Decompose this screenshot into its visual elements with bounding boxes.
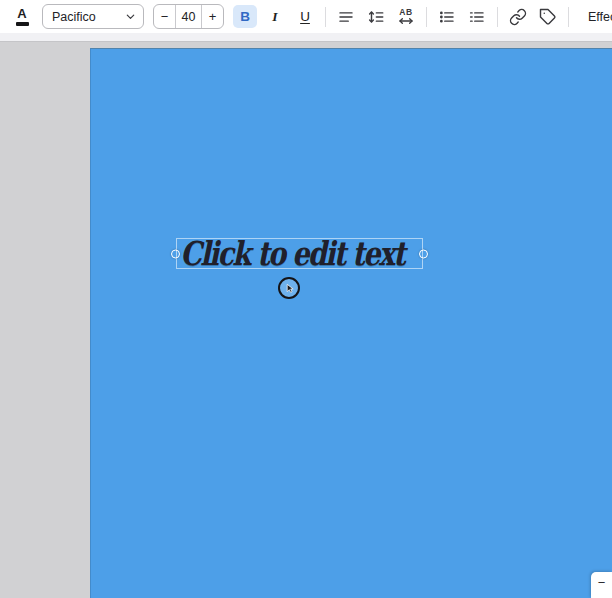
text-format-toolbar: A Pacifico − 40 + B I U AB Ef bbox=[0, 0, 612, 33]
chevron-down-icon bbox=[125, 11, 136, 22]
bullet-list-button[interactable] bbox=[435, 5, 459, 29]
line-spacing-icon bbox=[367, 8, 385, 26]
editor-workspace: Click to edit text − bbox=[0, 43, 612, 598]
increase-font-size-button[interactable]: + bbox=[202, 5, 223, 28]
font-size-stepper: − 40 + bbox=[153, 4, 224, 29]
bold-button[interactable]: B bbox=[233, 5, 257, 28]
canvas-text[interactable]: Click to edit text bbox=[177, 237, 404, 270]
letter-spacing-icon: AB bbox=[398, 8, 414, 25]
numbered-list-icon bbox=[468, 8, 486, 26]
italic-button[interactable]: I bbox=[263, 5, 287, 28]
font-color-swatch bbox=[16, 22, 29, 26]
font-family-value: Pacifico bbox=[52, 10, 96, 24]
link-icon bbox=[509, 8, 527, 26]
bullet-list-icon bbox=[438, 8, 456, 26]
text-selection-box: Click to edit text bbox=[176, 238, 423, 269]
text-align-button[interactable] bbox=[334, 5, 358, 29]
selection-handle-left[interactable] bbox=[171, 249, 180, 258]
cursor-icon bbox=[284, 283, 295, 294]
click-indicator bbox=[278, 277, 300, 299]
toolbar-shadow-strip bbox=[0, 33, 612, 42]
font-family-select[interactable]: Pacifico bbox=[42, 4, 144, 29]
toolbar-divider bbox=[325, 7, 326, 27]
font-size-value[interactable]: 40 bbox=[175, 5, 202, 28]
toolbar-divider bbox=[497, 7, 498, 27]
underline-button[interactable]: U bbox=[293, 5, 317, 28]
design-canvas[interactable]: Click to edit text bbox=[90, 48, 612, 598]
toolbar-divider bbox=[426, 7, 427, 27]
font-color-icon: A bbox=[17, 8, 26, 20]
align-text-icon bbox=[337, 8, 355, 26]
line-spacing-button[interactable] bbox=[364, 5, 388, 29]
letter-spacing-button[interactable]: AB bbox=[394, 5, 418, 29]
toolbar-divider bbox=[568, 7, 569, 27]
font-color-button[interactable]: A bbox=[10, 5, 34, 29]
numbered-list-button[interactable] bbox=[465, 5, 489, 29]
selection-handle-right[interactable] bbox=[419, 249, 428, 258]
zoom-out-button[interactable]: − bbox=[591, 572, 612, 598]
decrease-font-size-button[interactable]: − bbox=[154, 5, 175, 28]
tag-icon bbox=[539, 8, 557, 26]
link-button[interactable] bbox=[506, 5, 530, 29]
effects-button[interactable]: Effects bbox=[577, 5, 612, 29]
tag-button[interactable] bbox=[536, 5, 560, 29]
